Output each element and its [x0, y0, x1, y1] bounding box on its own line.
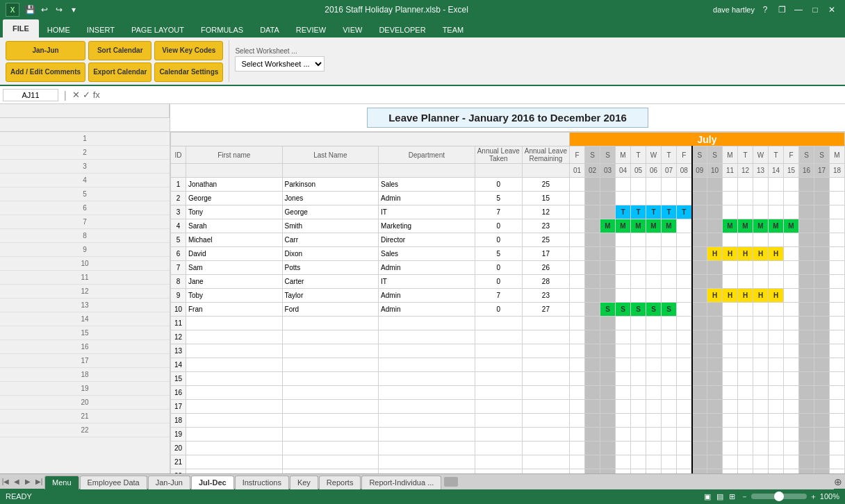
- empty-cell-11-15: [799, 317, 814, 330]
- formula-icons: ✕ ✓ fx: [72, 90, 100, 100]
- row-num-label-16: 16: [0, 340, 170, 354]
- empty-cell-19-16: [814, 428, 830, 442]
- sheet-tab-2[interactable]: Jan-Jun: [148, 476, 190, 489]
- empty-cell-15-10: [723, 372, 738, 386]
- minimize-button[interactable]: —: [791, 3, 806, 16]
- row-num-12: 12: [171, 330, 186, 344]
- cell-8-14: [784, 289, 799, 303]
- sort-calendar-button[interactable]: Sort Calendar: [88, 41, 151, 60]
- cell-taken-8: 7: [475, 289, 522, 303]
- tab-view[interactable]: VIEW: [334, 22, 370, 37]
- sheet-tab-1[interactable]: Employee Data: [80, 476, 147, 489]
- tab-team[interactable]: TEAM: [434, 22, 473, 37]
- cell-dept-9: Admin: [379, 303, 475, 317]
- cancel-formula-icon[interactable]: ✕: [72, 90, 80, 100]
- tab-insert[interactable]: INSERT: [79, 22, 123, 37]
- month-header-row: July: [171, 133, 845, 146]
- tab-page-layout[interactable]: PAGE LAYOUT: [123, 22, 192, 37]
- window-controls: ? ❐ — □ ✕: [757, 3, 839, 16]
- date-header-13: 14: [769, 164, 784, 178]
- tab-nav-next[interactable]: ▶: [22, 476, 33, 487]
- date-header-5: 06: [646, 164, 662, 178]
- cell-4-17: [830, 233, 845, 247]
- select-worksheet-dropdown[interactable]: Select Worksheet ...: [235, 56, 325, 72]
- empty-cell-15-11: [738, 372, 753, 386]
- jan-jun-button[interactable]: Jan-Jun: [6, 41, 85, 60]
- cell-9-1: [585, 303, 600, 317]
- empty-col-17-5: [522, 400, 569, 414]
- confirm-formula-icon[interactable]: ✓: [83, 90, 90, 100]
- add-edit-comments-button[interactable]: Add / Edit Comments: [6, 62, 85, 82]
- cell-8-10: H: [723, 289, 738, 303]
- save-qa-icon[interactable]: 💾: [24, 3, 36, 16]
- sheet-tab-7[interactable]: Report-Individua ...: [361, 476, 441, 489]
- close-button[interactable]: ✕: [824, 3, 839, 16]
- empty-cell-20-10: [723, 442, 738, 455]
- empty-col-22-3: [379, 469, 475, 474]
- tab-home[interactable]: HOME: [39, 22, 79, 37]
- view-page-break-icon[interactable]: ⊞: [729, 492, 735, 501]
- view-layout-icon[interactable]: ▤: [716, 492, 723, 501]
- sheet-tab-4[interactable]: Instructions: [235, 476, 289, 489]
- empty-cell-22-0: [570, 469, 585, 474]
- zoom-slider[interactable]: [751, 494, 807, 499]
- sheet-tab-6[interactable]: Reports: [319, 476, 361, 489]
- empty-cell-18-12: [753, 414, 769, 428]
- empty-cell-13-5: [646, 344, 662, 358]
- tab-data[interactable]: DATA: [252, 22, 288, 37]
- zoom-out-icon[interactable]: －: [741, 492, 748, 502]
- add-sheet-icon[interactable]: ⊕: [834, 476, 842, 487]
- cell-8-16: [814, 289, 830, 303]
- cell-id-8: 9: [171, 289, 186, 303]
- empty-cell-20-4: [631, 442, 646, 455]
- insert-function-icon[interactable]: fx: [93, 90, 100, 100]
- tab-nav-first[interactable]: |◀: [0, 476, 11, 487]
- view-key-codes-button[interactable]: View Key Codes: [154, 41, 223, 60]
- sheet-tab-5[interactable]: Key: [290, 476, 318, 489]
- empty-cell-11-7: [677, 317, 692, 330]
- maximize-button[interactable]: □: [807, 3, 823, 16]
- empty-cell-11-8: [692, 317, 707, 330]
- tab-review[interactable]: REVIEW: [288, 22, 334, 37]
- zoom-in-icon[interactable]: ＋: [810, 492, 817, 502]
- ribbon-group-1: Jan-Jun Add / Edit Comments: [6, 41, 85, 82]
- cell-2-14: [784, 205, 799, 219]
- tab-formulas[interactable]: FORMULAS: [192, 22, 252, 37]
- empty-cell-19-8: [692, 428, 707, 442]
- cell-last-5: Dixon: [282, 247, 379, 261]
- ribbon-tabs: FILE HOME INSERT PAGE LAYOUT FORMULAS DA…: [0, 19, 845, 37]
- row-num-label-5: 5: [0, 187, 170, 201]
- sheet-tab-3[interactable]: Jul-Dec: [191, 476, 234, 489]
- customize-qa-icon[interactable]: ▾: [67, 3, 80, 16]
- tab-nav-prev[interactable]: ◀: [11, 476, 22, 487]
- day-header-5: W: [646, 146, 662, 164]
- cell-2-17: [830, 205, 845, 219]
- formula-input[interactable]: [103, 90, 842, 101]
- undo-qa-icon[interactable]: ↩: [38, 3, 51, 16]
- export-calendar-button[interactable]: Export Calendar: [88, 62, 151, 82]
- view-normal-icon[interactable]: ▣: [704, 492, 711, 501]
- day-header-11: T: [738, 146, 753, 164]
- restore-button[interactable]: ❐: [774, 3, 789, 16]
- tab-nav-last[interactable]: ▶|: [33, 476, 44, 487]
- calendar-settings-button[interactable]: Calendar Settings: [154, 62, 223, 82]
- table-row-empty-15: 15: [171, 372, 845, 386]
- grid-scroll-area[interactable]: July IDFirst nameLast NameDepartmentAnnu…: [170, 132, 845, 473]
- help-button[interactable]: ?: [757, 3, 773, 16]
- empty-cell-13-16: [814, 344, 830, 358]
- cell-1-9: [707, 192, 723, 205]
- empty-cell-13-15: [799, 344, 814, 358]
- redo-qa-icon[interactable]: ↪: [53, 3, 65, 16]
- cell-id-0: 1: [171, 178, 186, 192]
- zoom-slider-thumb[interactable]: [774, 492, 784, 501]
- name-box[interactable]: [3, 89, 58, 101]
- empty-col-17-2: [282, 400, 379, 414]
- tab-developer[interactable]: DEVELOPER: [370, 22, 434, 37]
- tab-file[interactable]: FILE: [3, 19, 39, 37]
- empty-cell-17-11: [738, 400, 753, 414]
- cell-3-6: M: [662, 219, 677, 233]
- scrollbar-thumb[interactable]: [444, 477, 458, 487]
- row-num-label-19: 19: [0, 382, 170, 396]
- sheet-tab-0[interactable]: Menu: [44, 476, 79, 489]
- scrollbar-area[interactable]: [441, 474, 834, 489]
